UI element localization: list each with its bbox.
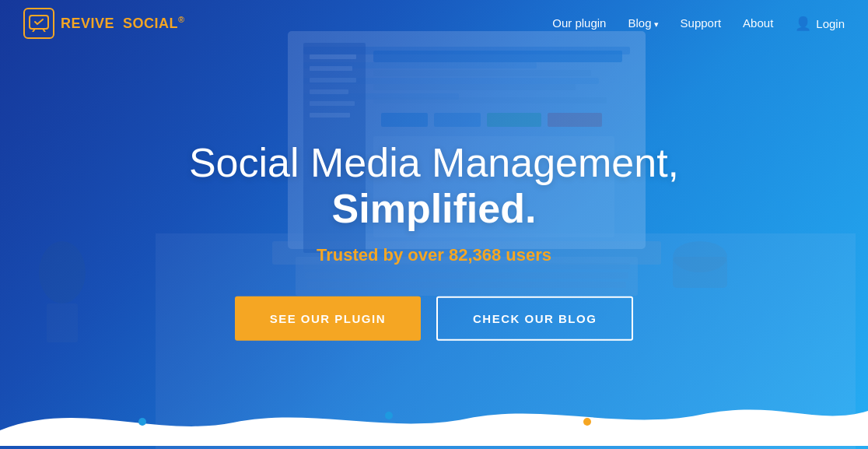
nav-link-plugin[interactable]: Our plugin bbox=[552, 16, 606, 30]
logo[interactable]: REVIVE SOCIAL® bbox=[23, 8, 185, 39]
wave-dot-1 bbox=[138, 418, 146, 426]
nav-item-about[interactable]: About bbox=[743, 16, 773, 30]
hero-user-count: 82,368 bbox=[449, 245, 501, 265]
nav-login-wrapper[interactable]: 👤 Login bbox=[795, 16, 845, 32]
logo-name-part2: SOCIAL bbox=[123, 16, 178, 31]
hero-content: Social Media Management, Simplified. Tru… bbox=[162, 139, 706, 341]
hero-title: Social Media Management, Simplified. bbox=[162, 139, 706, 233]
hero-subtitle-prefix: Trusted by over bbox=[317, 245, 449, 265]
hero-title-line2: Simplified. bbox=[332, 186, 537, 231]
person-icon: 👤 bbox=[795, 16, 811, 32]
nav-link-login[interactable]: Login bbox=[816, 17, 845, 30]
nav-item-login[interactable]: 👤 Login bbox=[795, 16, 845, 32]
hero-buttons: SEE OUR PLUGIN CHECK OUR BLOG bbox=[162, 296, 706, 341]
logo-text: REVIVE SOCIAL® bbox=[61, 15, 185, 32]
hero-subtitle-suffix: users bbox=[501, 245, 551, 265]
check-blog-button[interactable]: CHECK OUR BLOG bbox=[436, 296, 633, 341]
logo-trademark: ® bbox=[178, 15, 185, 24]
nav-links: Our plugin Blog Support About 👤 Login bbox=[552, 16, 845, 32]
see-plugin-button[interactable]: SEE OUR PLUGIN bbox=[235, 296, 421, 341]
hero-section: REVIVE SOCIAL® Our plugin Blog Support A… bbox=[0, 0, 868, 449]
wave-dot-2 bbox=[385, 412, 393, 419]
wave-dot-3 bbox=[583, 418, 591, 426]
logo-icon bbox=[23, 8, 54, 39]
nav-item-support[interactable]: Support bbox=[681, 16, 722, 30]
navbar: REVIVE SOCIAL® Our plugin Blog Support A… bbox=[0, 0, 868, 47]
bottom-wave bbox=[0, 384, 868, 449]
nav-item-plugin[interactable]: Our plugin bbox=[552, 16, 606, 30]
nav-link-blog[interactable]: Blog bbox=[628, 16, 658, 30]
hero-subtitle: Trusted by over 82,368 users bbox=[162, 245, 706, 265]
nav-item-blog[interactable]: Blog bbox=[628, 16, 658, 30]
logo-name-part1: REVIVE bbox=[61, 16, 114, 31]
nav-link-support[interactable]: Support bbox=[681, 16, 722, 30]
nav-link-about[interactable]: About bbox=[743, 16, 773, 30]
hero-title-line1: Social Media Management, bbox=[189, 139, 679, 184]
